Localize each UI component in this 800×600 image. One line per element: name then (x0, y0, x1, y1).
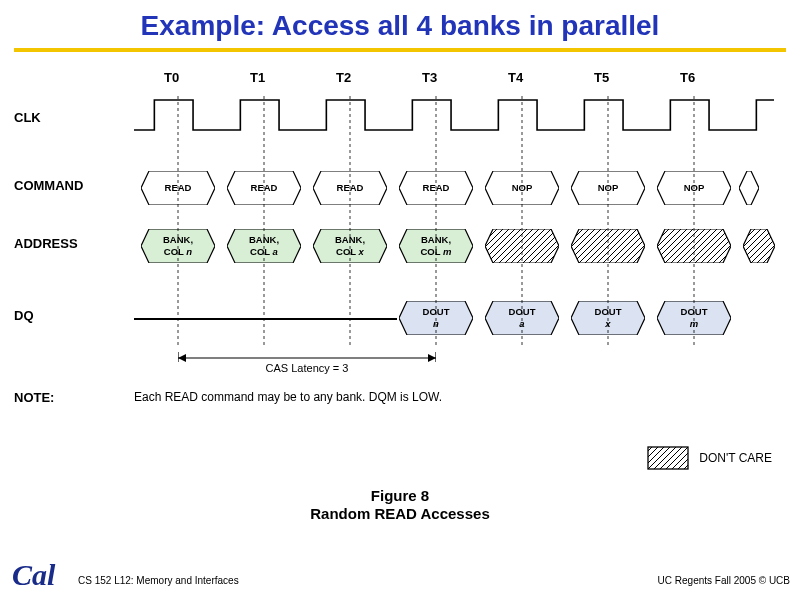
svg-text:BANK,: BANK, (249, 234, 279, 245)
cas-latency-annotation: CAS Latency = 3 (178, 352, 436, 374)
cal-logo: Cal (12, 558, 55, 592)
command-cell: READ (399, 171, 473, 205)
note-text: Each READ command may be to any bank. DQ… (134, 390, 442, 404)
svg-text:DOUT: DOUT (681, 306, 708, 317)
svg-text:READ: READ (165, 182, 192, 193)
svg-text:NOP: NOP (598, 182, 619, 193)
svg-marker-30 (657, 229, 731, 263)
figure-caption: Figure 8 Random READ Accesses (0, 487, 800, 525)
address-cell: BANK,COL m (399, 229, 473, 263)
svg-rect-56 (648, 447, 688, 469)
address-cell (485, 229, 559, 263)
svg-marker-31 (743, 229, 775, 263)
command-cell: NOP (571, 171, 645, 205)
dq-cell: DOUTm (657, 301, 731, 335)
address-cell: BANK,COL n (141, 229, 215, 263)
label-command: COMMAND (14, 178, 112, 193)
label-dq: DQ (14, 308, 112, 323)
svg-text:READ: READ (337, 182, 364, 193)
svg-marker-15 (739, 171, 759, 205)
tick-T0: T0 (164, 70, 179, 85)
tick-T1: T1 (250, 70, 265, 85)
svg-text:COL x: COL x (336, 246, 365, 257)
address-cell (743, 229, 775, 263)
svg-text:BANK,: BANK, (163, 234, 193, 245)
svg-text:COL n: COL n (164, 246, 193, 257)
address-cell: BANK,COL x (313, 229, 387, 263)
dq-lane: DOUTnDOUTaDOUTxDOUTm (134, 298, 786, 338)
dq-cell: DOUTa (485, 301, 559, 335)
command-cell: NOP (485, 171, 559, 205)
hatch-swatch-icon (647, 446, 689, 470)
timing-diagram: T0T1T2T3T4T5T6 CLK COMMAND READREADREADR… (14, 70, 786, 430)
label-clk: CLK (14, 110, 112, 125)
svg-text:BANK,: BANK, (421, 234, 451, 245)
dq-cell: DOUTx (571, 301, 645, 335)
command-cell: NOP (657, 171, 731, 205)
tick-T3: T3 (422, 70, 437, 85)
svg-text:n: n (433, 318, 439, 329)
svg-text:COL a: COL a (250, 246, 278, 257)
address-lane: BANK,COL nBANK,COL aBANK,COL xBANK,COL m (134, 226, 786, 266)
svg-text:m: m (690, 318, 699, 329)
tick-T6: T6 (680, 70, 695, 85)
svg-text:DOUT: DOUT (423, 306, 450, 317)
tick-T2: T2 (336, 70, 351, 85)
svg-marker-28 (485, 229, 559, 263)
tick-T4: T4 (508, 70, 523, 85)
command-cell: READ (227, 171, 301, 205)
svg-marker-47 (178, 354, 186, 362)
svg-text:NOP: NOP (512, 182, 533, 193)
svg-text:BANK,: BANK, (335, 234, 365, 245)
svg-text:NOP: NOP (684, 182, 705, 193)
dq-idle-wire (134, 318, 397, 320)
dq-cell: DOUTn (399, 301, 473, 335)
command-lane: READREADREADREADNOPNOPNOP (134, 168, 786, 208)
address-cell: BANK,COL a (227, 229, 301, 263)
figure-number: Figure 8 (0, 487, 800, 506)
svg-text:a: a (519, 318, 524, 329)
figure-title: Random READ Accesses (0, 505, 800, 524)
svg-text:COL m: COL m (421, 246, 453, 257)
address-cell (571, 229, 645, 263)
tick-T5: T5 (594, 70, 609, 85)
legend-dont-care: DON'T CARE (647, 446, 772, 470)
command-cell-tail (739, 171, 759, 205)
slide-title: Example: Access all 4 banks in parallel (0, 0, 800, 48)
svg-text:READ: READ (251, 182, 278, 193)
label-address: ADDRESS (14, 236, 112, 251)
address-cell (657, 229, 731, 263)
svg-text:DOUT: DOUT (509, 306, 536, 317)
footer-left: CS 152 L12: Memory and Interfaces (78, 575, 239, 586)
cas-latency-label: CAS Latency = 3 (178, 362, 436, 374)
svg-text:READ: READ (423, 182, 450, 193)
clk-waveform (134, 96, 774, 140)
footer-right: UC Regents Fall 2005 © UCB (658, 575, 790, 586)
legend-text: DON'T CARE (699, 451, 772, 465)
command-cell: READ (141, 171, 215, 205)
svg-text:DOUT: DOUT (595, 306, 622, 317)
title-underline (14, 48, 786, 52)
svg-text:x: x (604, 318, 611, 329)
svg-marker-29 (571, 229, 645, 263)
svg-marker-48 (428, 354, 436, 362)
logo-text: Cal (12, 558, 55, 591)
command-cell: READ (313, 171, 387, 205)
label-note: NOTE: (14, 390, 112, 405)
